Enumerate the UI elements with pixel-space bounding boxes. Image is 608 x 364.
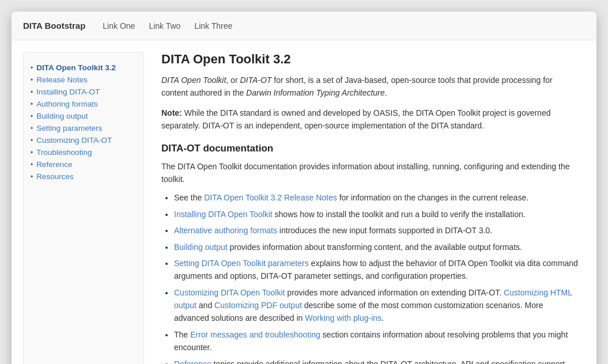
- content-area: DITA Open Toolkit 3.2 Release Notes Inst…: [12, 40, 596, 364]
- sidebar-link-building[interactable]: Building output: [36, 112, 88, 120]
- sidebar-link-authoring[interactable]: Authoring formats: [36, 100, 98, 108]
- sidebar-item-building[interactable]: Building output: [31, 110, 137, 122]
- intro-acronym: DITA-OT: [240, 75, 271, 85]
- link-reference[interactable]: Reference: [174, 359, 212, 364]
- bullet-customizing: Customizing DITA Open Toolkit provides m…: [174, 286, 579, 325]
- doc-intro: The DITA Open Toolkit documentation prov…: [161, 160, 579, 186]
- sidebar-link-release-notes[interactable]: Release Notes: [36, 75, 88, 84]
- bullet-troubleshooting: The Error messages and troubleshooting s…: [174, 328, 579, 354]
- brand-logo: DITA Bootstrap: [23, 21, 85, 31]
- main-content: DITA Open Toolkit 3.2 DITA Open Toolkit,…: [156, 52, 585, 364]
- note-label: Note:: [161, 108, 182, 117]
- navbar: DITA Bootstrap Link One Link Two Link Th…: [12, 12, 596, 40]
- sidebar-item-installing[interactable]: Installing DITA-OT: [31, 86, 137, 98]
- bullet-building: Building output provides information abo…: [174, 241, 579, 253]
- bullet-authoring: Alternative authoring formats introduces…: [174, 224, 579, 237]
- note-text: Note: While the DITA standard is owned a…: [161, 107, 579, 132]
- link-troubleshooting[interactable]: Error messages and troubleshooting: [190, 330, 320, 339]
- nav-link-three[interactable]: Link Three: [194, 21, 232, 31]
- sidebar-item-resources[interactable]: Resources: [31, 170, 137, 183]
- sidebar-item-customizing[interactable]: Customizing DITA-OT: [31, 134, 137, 146]
- page-title: DITA Open Toolkit 3.2: [161, 52, 579, 67]
- intro-paragraph: DITA Open Toolkit, or DITA-OT for short,…: [161, 74, 579, 100]
- sidebar-link-resources[interactable]: Resources: [36, 172, 74, 181]
- bullet-release-notes: See the DITA Open Toolkit 3.2 Release No…: [174, 191, 579, 204]
- doc-section-title: DITA-OT documentation: [161, 143, 579, 154]
- bullet-installing: Installing DITA Open Toolkit shows how t…: [174, 208, 579, 221]
- sidebar-item-troubleshooting[interactable]: Troubleshooting: [31, 146, 137, 158]
- sidebar-item-reference[interactable]: Reference: [31, 158, 137, 170]
- sidebar-item-release-notes[interactable]: Release Notes: [31, 74, 137, 86]
- link-parameters[interactable]: Setting DITA Open Toolkit parameters: [174, 259, 309, 268]
- sidebar-link-reference[interactable]: Reference: [36, 160, 72, 169]
- sidebar-link-toolkit[interactable]: DITA Open Toolkit 3.2: [36, 63, 116, 72]
- sidebar-item-toolkit[interactable]: DITA Open Toolkit 3.2: [31, 62, 137, 74]
- sidebar-list: DITA Open Toolkit 3.2 Release Notes Inst…: [31, 62, 137, 183]
- sidebar-link-customizing[interactable]: Customizing DITA-OT: [36, 136, 112, 145]
- note-box: Note: While the DITA standard is owned a…: [161, 107, 579, 132]
- link-customizing[interactable]: Customizing DITA Open Toolkit: [174, 288, 285, 297]
- intro-italic: DITA Open Toolkit: [161, 75, 226, 85]
- link-release-notes[interactable]: DITA Open Toolkit 3.2 Release Notes: [204, 193, 337, 202]
- sidebar-link-installing[interactable]: Installing DITA-OT: [36, 88, 100, 96]
- link-customizing-pdf[interactable]: Customizing PDF output: [214, 301, 302, 310]
- sidebar: DITA Open Toolkit 3.2 Release Notes Inst…: [23, 52, 144, 364]
- link-building[interactable]: Building output: [174, 242, 228, 252]
- link-authoring[interactable]: Alternative authoring formats: [174, 226, 277, 235]
- bullets-list: See the DITA Open Toolkit 3.2 Release No…: [161, 191, 579, 364]
- link-installing[interactable]: Installing DITA Open Toolkit: [174, 210, 273, 219]
- sidebar-link-troubleshooting[interactable]: Troubleshooting: [36, 148, 92, 157]
- navbar-links: Link One Link Two Link Three: [103, 21, 232, 31]
- sidebar-item-authoring[interactable]: Authoring formats: [31, 98, 137, 110]
- nav-link-one[interactable]: Link One: [103, 21, 135, 31]
- nav-link-two[interactable]: Link Two: [149, 21, 180, 31]
- link-plugins[interactable]: Working with plug-ins: [305, 313, 382, 323]
- bullet-parameters: Setting DITA Open Toolkit parameters exp…: [174, 257, 579, 283]
- bullet-reference: Reference topics provide additional info…: [174, 358, 579, 364]
- intro-darwin: Darwin Information Typing Architecture: [246, 88, 384, 97]
- sidebar-item-parameters[interactable]: Setting parameters: [31, 122, 137, 134]
- sidebar-link-parameters[interactable]: Setting parameters: [36, 124, 102, 132]
- app-window: DITA Bootstrap Link One Link Two Link Th…: [12, 12, 596, 364]
